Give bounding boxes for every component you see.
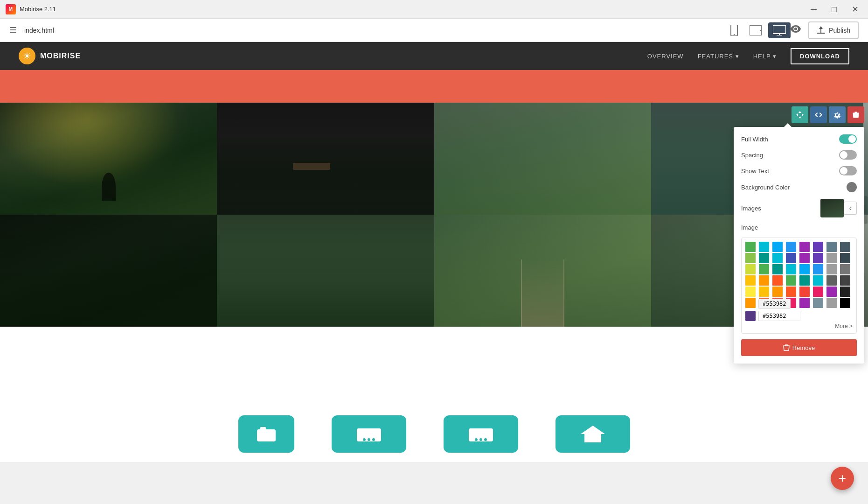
color-pink[interactable]: [813, 287, 823, 297]
bg-color-swatch[interactable]: [847, 182, 857, 192]
preview-area: ☀ MOBIRISE OVERVIEW FEATURES ▾ HELP ▾ DO…: [0, 42, 868, 462]
color-picker-container: #553982 More > Remove: [741, 238, 857, 356]
hex-input-wrapper: #553982: [758, 311, 800, 321]
color-purple3[interactable]: [826, 287, 837, 297]
color-deeppurple[interactable]: [813, 242, 823, 252]
delete-button[interactable]: [847, 106, 864, 123]
color-lime[interactable]: [745, 264, 756, 274]
settings-panel: Full Width Spacing Show Text Background …: [734, 127, 864, 364]
reorder-button[interactable]: [792, 106, 808, 123]
color-orange3[interactable]: [745, 298, 756, 308]
color-teal2[interactable]: [772, 264, 783, 274]
bg-color-label: Background Color: [741, 184, 847, 191]
color-teal3[interactable]: [799, 275, 810, 286]
color-blue[interactable]: [786, 242, 796, 252]
settings-button[interactable]: [829, 106, 846, 123]
nav-help[interactable]: HELP ▾: [753, 53, 777, 60]
gallery-cell-6: [217, 215, 434, 327]
tablet-view-button[interactable]: [745, 22, 766, 38]
remove-button[interactable]: Remove: [741, 339, 857, 356]
image-prev-button[interactable]: ‹: [844, 202, 857, 215]
color-green3[interactable]: [786, 275, 796, 286]
settings-panel-arrow: [784, 123, 792, 127]
nav-overview[interactable]: OVERVIEW: [647, 53, 684, 60]
svg-rect-7: [817, 33, 825, 34]
fab-icon: +: [839, 471, 846, 486]
mobile-view-button[interactable]: [725, 22, 743, 39]
hero-banner: [0, 70, 868, 103]
publish-button[interactable]: Publish: [808, 21, 859, 39]
hex-input[interactable]: [758, 311, 800, 321]
color-lightblue[interactable]: [772, 242, 783, 252]
gallery-cell-3: [434, 103, 651, 215]
color-nearblack[interactable]: [840, 287, 850, 297]
color-black[interactable]: [840, 298, 850, 308]
hex-row: #553982: [745, 311, 853, 321]
color-red[interactable]: [799, 287, 810, 297]
gallery-cell-1: [0, 103, 217, 215]
nav-download[interactable]: DOWNLOAD: [791, 48, 849, 64]
gallery-cell-5: [0, 215, 217, 327]
color-grey4[interactable]: [826, 275, 837, 286]
site-navbar: ☀ MOBIRISE OVERVIEW FEATURES ▾ HELP ▾ DO…: [0, 42, 868, 70]
color-grey3[interactable]: [840, 264, 850, 274]
color-grey1[interactable]: [826, 253, 837, 263]
color-cyan[interactable]: [759, 242, 769, 252]
color-blue2[interactable]: [813, 264, 823, 274]
color-bluegrey2[interactable]: [840, 242, 850, 252]
spacing-row: Spacing: [741, 150, 857, 160]
nav-features[interactable]: FEATURES ▾: [698, 53, 739, 60]
images-section: Images ‹: [741, 199, 857, 217]
color-lightgreen[interactable]: [745, 253, 756, 263]
color-indigo[interactable]: [786, 253, 796, 263]
show-text-label: Show Text: [741, 168, 839, 175]
color-lightblue2[interactable]: [799, 264, 810, 274]
image-row: Image: [741, 224, 857, 231]
spacing-toggle[interactable]: [839, 150, 857, 160]
maximize-button[interactable]: □: [828, 3, 840, 15]
color-purple2[interactable]: [799, 253, 810, 263]
toolbar-right: Publish: [791, 21, 859, 39]
color-bluegrey1[interactable]: [826, 242, 837, 252]
color-grey6[interactable]: [826, 298, 837, 308]
color-orange2[interactable]: [772, 287, 783, 297]
color-grey5[interactable]: [840, 275, 850, 286]
preview-button[interactable]: [791, 25, 801, 35]
minimize-button[interactable]: ─: [807, 3, 820, 15]
color-cyan4[interactable]: [813, 275, 823, 286]
feature-icons-row: [238, 415, 630, 453]
remove-label: Remove: [792, 344, 815, 351]
color-teal[interactable]: [759, 253, 769, 263]
color-purple[interactable]: [799, 242, 810, 252]
desktop-view-button[interactable]: [768, 22, 791, 38]
color-purple4[interactable]: [799, 298, 810, 308]
color-bluegrey4[interactable]: [813, 298, 823, 308]
color-green2[interactable]: [759, 264, 769, 274]
more-colors-link[interactable]: More >: [745, 323, 853, 329]
svg-point-12: [368, 438, 370, 441]
toolbar: ☰ index.html Publish: [0, 19, 868, 42]
hamburger-menu-button[interactable]: ☰: [9, 25, 17, 35]
color-orange[interactable]: [759, 275, 769, 286]
color-grey2[interactable]: [826, 264, 837, 274]
add-section-button[interactable]: +: [831, 467, 854, 490]
code-button[interactable]: [810, 106, 827, 123]
color-deeporange2[interactable]: [786, 287, 796, 297]
file-name: index.html: [24, 27, 725, 34]
color-amber[interactable]: [745, 275, 756, 286]
color-bluegrey3[interactable]: [840, 253, 850, 263]
color-deeporange[interactable]: [772, 275, 783, 286]
image-thumbnail-1[interactable]: [820, 199, 844, 217]
color-yellow[interactable]: [745, 287, 756, 297]
color-deeppurple2[interactable]: [813, 253, 823, 263]
svg-point-17: [484, 438, 487, 441]
gallery-section: Full Width Spacing Show Text Background …: [0, 103, 868, 327]
color-green[interactable]: [745, 242, 756, 252]
color-cyan3[interactable]: [786, 264, 796, 274]
close-button[interactable]: ✕: [848, 3, 862, 15]
color-amber2[interactable]: [759, 287, 769, 297]
full-width-toggle[interactable]: [839, 134, 857, 144]
color-grid: [745, 242, 853, 308]
color-cyan2[interactable]: [772, 253, 783, 263]
show-text-toggle[interactable]: [839, 166, 857, 175]
